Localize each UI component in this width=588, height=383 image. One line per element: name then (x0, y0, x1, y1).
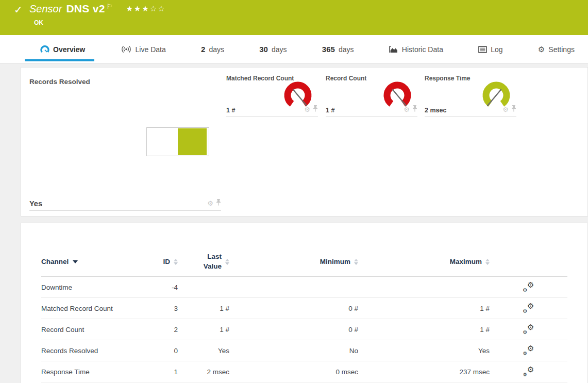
cell-last-value: 2 msec (178, 368, 229, 376)
widget-actions: ⚙ (304, 105, 318, 114)
channel-table-card: Channel ID Last Value Minimum Maximum (21, 223, 588, 383)
cell-id: 2 (157, 326, 178, 334)
cell-maximum: 1 # (358, 305, 490, 312)
broadcast-icon (121, 45, 132, 53)
cell-last-value: 1 # (178, 326, 229, 334)
cell-minimum: 0 msec (229, 368, 358, 376)
status-check-icon: ✓ (14, 4, 23, 16)
records-resolved-graph (146, 127, 209, 156)
cell-channel[interactable]: Response Time (41, 368, 157, 376)
pin-icon[interactable] (511, 105, 516, 114)
cell-actions: ⚙⚙ (490, 324, 567, 335)
cell-id: 0 (157, 347, 178, 355)
cell-id: 3 (157, 305, 178, 312)
tab-label: days (339, 45, 354, 54)
tab-settings[interactable]: ⚙ Settings (532, 35, 581, 63)
sort-icon (485, 259, 490, 265)
tab-historic-data[interactable]: Historic Data (383, 35, 449, 63)
column-header-channel[interactable]: Channel (41, 258, 157, 265)
cell-actions: ⚙⚙ (490, 282, 567, 293)
widget-actions: ⚙ (502, 105, 516, 114)
widget-footer: 1 # ⚙ (326, 104, 417, 117)
area-chart-icon (389, 45, 398, 53)
gear-icon[interactable]: ⚙ (304, 106, 310, 113)
records-resolved-widget: Records Resolved Yes ⚙ (29, 74, 221, 211)
cell-maximum: 237 msec (358, 368, 490, 376)
tab-label: Settings (548, 45, 575, 54)
tab-overview[interactable]: Overview (34, 35, 91, 63)
flag-icon[interactable]: ⚐ (107, 3, 113, 10)
pin-icon[interactable] (216, 198, 221, 208)
column-header-minimum[interactable]: Minimum (229, 258, 358, 265)
cell-last-value: 1 # (178, 305, 229, 312)
gear-icon[interactable]: ⚙ (404, 106, 410, 113)
tab-2-days[interactable]: 2 days (195, 35, 230, 63)
cell-minimum: 0 # (229, 326, 358, 334)
gear-icon[interactable]: ⚙ (207, 200, 213, 207)
gear-icon: ⚙ (538, 45, 545, 54)
cell-channel[interactable]: Downtime (41, 284, 157, 291)
cell-channel[interactable]: Matched Record Count (41, 305, 157, 312)
sort-icon (225, 259, 229, 265)
response-time-widget: Response Time 2 msec ⚙ (425, 75, 516, 117)
sensor-type-label: Sensor (29, 3, 62, 15)
tab-label: Historic Data (402, 45, 443, 54)
table-row[interactable]: Response Time 1 2 msec 0 msec 237 msec ⚙… (41, 361, 567, 382)
cell-id: -4 (157, 284, 178, 291)
tab-label: Overview (53, 45, 85, 54)
graph-yes-segment (178, 128, 207, 155)
cell-channel[interactable]: Record Count (41, 326, 157, 334)
table-row[interactable]: Records Resolved 0 Yes No Yes ⚙⚙ (41, 340, 567, 361)
tab-365-days[interactable]: 365 days (316, 35, 360, 63)
column-header-maximum[interactable]: Maximum (358, 258, 490, 265)
gear-icon[interactable]: ⚙ (502, 106, 509, 113)
pin-icon[interactable] (313, 105, 318, 114)
widget-footer: 1 # ⚙ (226, 104, 318, 117)
column-label: Maximum (450, 258, 482, 265)
cell-last-value: Yes (178, 347, 229, 355)
tab-live-data[interactable]: Live Data (114, 35, 172, 63)
channel-settings-gears-icon[interactable]: ⚙⚙ (523, 345, 534, 355)
sort-icon (174, 259, 178, 265)
table-row[interactable]: Matched Record Count 3 1 # 0 # 1 # ⚙⚙ (41, 298, 567, 319)
pin-icon[interactable] (412, 105, 417, 114)
channel-value: 2 msec (425, 107, 446, 114)
column-label: Minimum (320, 258, 350, 265)
tab-label: days (272, 45, 287, 54)
table-header-row: Channel ID Last Value Minimum Maximum (41, 247, 567, 277)
cell-actions: ⚙⚙ (490, 345, 567, 356)
table-row[interactable]: Downtime -4 ⚙⚙ (41, 277, 567, 298)
sensor-header: ✓ Sensor DNS v2 ⚐ ★★★☆☆ OK (0, 0, 588, 35)
widget-footer: 2 msec ⚙ (425, 104, 516, 117)
record-count-widget: Record Count 1 # ⚙ (326, 75, 417, 117)
widget-title: Records Resolved (29, 74, 221, 86)
widget-actions: ⚙ (207, 198, 221, 208)
cell-actions: ⚙⚙ (490, 367, 567, 377)
cell-maximum: Yes (358, 347, 490, 355)
cell-channel[interactable]: Records Resolved (41, 347, 157, 355)
cell-actions: ⚙⚙ (490, 303, 567, 314)
column-header-last-value[interactable]: Last Value (178, 252, 229, 272)
tab-label: Live Data (136, 45, 166, 54)
column-header-id[interactable]: ID (157, 258, 178, 265)
tab-label: days (209, 45, 224, 54)
priority-stars[interactable]: ★★★☆☆ (126, 4, 165, 13)
channel-settings-gears-icon[interactable]: ⚙⚙ (523, 367, 534, 376)
column-label: ID (163, 258, 171, 265)
log-icon (478, 46, 487, 53)
channel-value: 1 # (226, 107, 235, 114)
tab-30-days[interactable]: 30 days (253, 35, 293, 63)
channel-settings-gears-icon[interactable]: ⚙⚙ (523, 303, 534, 312)
sensor-title: Sensor DNS v2 ⚐ ★★★☆☆ (29, 3, 166, 15)
tab-number: 2 (201, 45, 205, 54)
tab-label: Log (491, 45, 502, 54)
tab-log[interactable]: Log (472, 35, 509, 63)
cell-minimum: 0 # (229, 305, 358, 312)
cell-id: 1 (157, 368, 178, 376)
table-row[interactable]: Record Count 2 1 # 0 # 1 # ⚙⚙ (41, 319, 567, 340)
cell-minimum: No (229, 347, 358, 355)
channel-settings-gears-icon[interactable]: ⚙⚙ (523, 282, 534, 291)
column-label: Channel (41, 258, 69, 265)
channel-settings-gears-icon[interactable]: ⚙⚙ (523, 324, 534, 334)
widget-actions: ⚙ (404, 105, 417, 114)
